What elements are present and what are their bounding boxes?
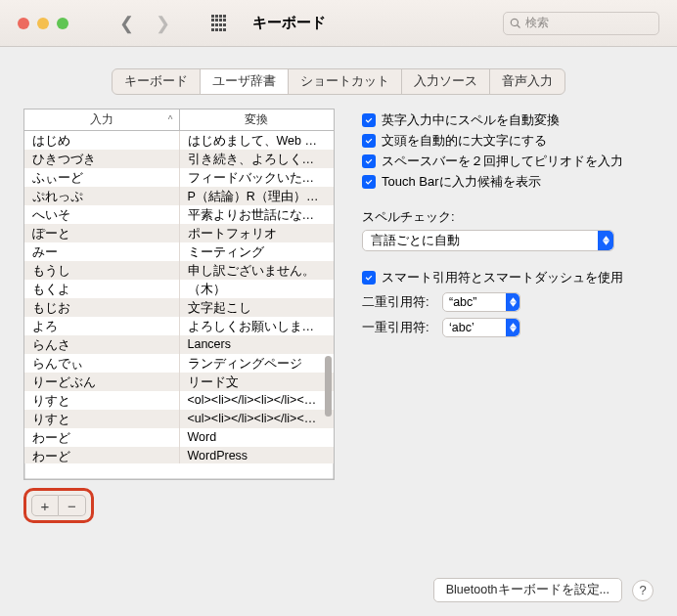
table-row[interactable]: もうし申し訳ございません。	[24, 261, 334, 280]
table-row[interactable]: もくよ（木）	[24, 280, 334, 298]
table-row[interactable]: ひきつづき引き続き、よろしくお…	[24, 150, 334, 168]
help-button[interactable]: ?	[632, 580, 654, 601]
column-header-output[interactable]: 変換	[180, 110, 335, 130]
table-row[interactable]: りすと<ul><li></li><li></li><…	[24, 410, 334, 428]
double-quote-label: 二重引用符:	[362, 293, 432, 311]
search-input[interactable]: 検索	[503, 12, 659, 35]
column-header-input[interactable]: 入力 ^	[24, 110, 180, 130]
table-row[interactable]: りすと<ol><li></li><li></li><…	[24, 391, 334, 410]
close-icon[interactable]	[18, 18, 29, 29]
window-title: キーボード	[252, 14, 326, 32]
table-row[interactable]: ふぃーどフィードバックいただ…	[24, 168, 334, 187]
remove-button[interactable]: −	[59, 495, 86, 516]
all-prefs-icon[interactable]	[211, 15, 229, 32]
label-spacebar-period: スペースバーを２回押してピリオドを入力	[382, 153, 623, 170]
text-substitution-table: 入力 ^ 変換 はじめはじめまして、Web ラ…ひきつづき引き続き、よろしくお……	[23, 109, 335, 480]
chevron-updown-icon	[506, 293, 519, 311]
checkbox-spell-convert[interactable]	[362, 113, 376, 127]
spellcheck-label: スペルチェック:	[362, 208, 654, 226]
table-row[interactable]: わーどWord	[24, 428, 334, 447]
tabs-bar: キーボードユーザ辞書ショートカット入力ソース音声入力	[0, 68, 677, 95]
single-quote-select[interactable]: ‘abc’	[442, 318, 520, 337]
tab-3[interactable]: 入力ソース	[402, 69, 490, 94]
checkbox-touchbar[interactable]	[362, 175, 376, 189]
tab-0[interactable]: キーボード	[113, 69, 201, 94]
table-row[interactable]: よろよろしくお願いします。	[24, 317, 334, 335]
chevron-updown-icon	[598, 231, 613, 250]
zoom-icon[interactable]	[57, 18, 68, 29]
table-row[interactable]: ぷれっぷP（結論）R（理由）E…	[24, 187, 334, 205]
back-button[interactable]: ❮	[119, 13, 134, 34]
label-touchbar: Touch Barに入力候補を表示	[382, 173, 541, 191]
table-row[interactable]: もじお文字起こし	[24, 298, 334, 317]
search-placeholder: 検索	[525, 15, 549, 31]
tab-4[interactable]: 音声入力	[490, 69, 564, 94]
chevron-updown-icon	[506, 319, 519, 336]
scrollbar-thumb[interactable]	[325, 356, 332, 417]
table-row[interactable]: ぽーとポートフォリオ	[24, 224, 334, 242]
single-quote-label: 一重引用符:	[362, 319, 432, 336]
label-capitalize: 文頭を自動的に大文字にする	[382, 132, 547, 150]
footer: Bluetoothキーボードを設定... ?	[0, 578, 677, 602]
table-row[interactable]: へいそ平素よりお世話になっ…	[24, 205, 334, 224]
tab-2[interactable]: ショートカット	[289, 69, 402, 94]
sort-indicator-icon: ^	[168, 114, 173, 125]
checkbox-spacebar-period[interactable]	[362, 154, 376, 168]
table-row[interactable]: わーどWordPress	[24, 447, 334, 463]
add-button[interactable]: +	[31, 495, 59, 516]
checkbox-smart-quotes[interactable]	[362, 271, 376, 285]
forward-button[interactable]: ❯	[156, 13, 170, 34]
table-row[interactable]: りーどぶんリード文	[24, 373, 334, 391]
label-smart-quotes: スマート引用符とスマートダッシュを使用	[382, 269, 623, 286]
table-row[interactable]: らんさLancers	[24, 335, 334, 354]
window-controls	[18, 18, 68, 29]
titlebar: ❮ ❯ キーボード 検索	[0, 0, 677, 47]
label-spell-convert: 英字入力中にスペルを自動変換	[382, 111, 560, 129]
table-row[interactable]: らんでぃランディングページ	[24, 354, 334, 373]
table-row[interactable]: みーミーティング	[24, 242, 334, 261]
add-remove-group: + −	[23, 488, 94, 523]
double-quote-select[interactable]: “abc”	[442, 292, 520, 312]
minimize-icon[interactable]	[37, 18, 49, 29]
spellcheck-select[interactable]: 言語ごとに自動	[362, 230, 614, 251]
bluetooth-keyboard-button[interactable]: Bluetoothキーボードを設定...	[433, 578, 622, 602]
tab-1[interactable]: ユーザ辞書	[201, 69, 289, 94]
checkbox-capitalize[interactable]	[362, 134, 376, 148]
table-row[interactable]: はじめはじめまして、Web ラ…	[24, 131, 334, 150]
